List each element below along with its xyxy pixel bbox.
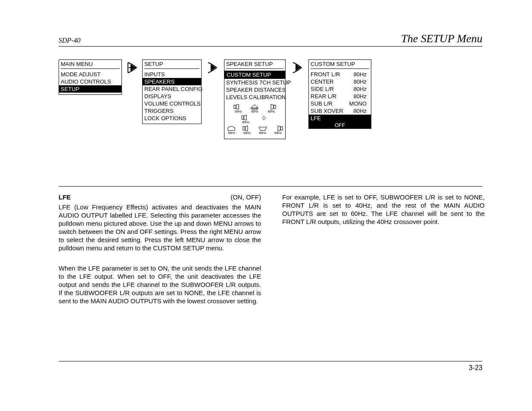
speaker-icon: 80Hz (266, 104, 277, 113)
speaker-diagram: 80Hz 80Hz 80Hz 80Hz ◇ 80Hz 80Hz 80Hz 80H… (224, 101, 285, 139)
footer-rule (59, 361, 482, 361)
menu-item-selected: CUSTOM SETUP (224, 71, 285, 79)
header-rule (59, 46, 482, 47)
menu-custom-title: CUSTOM SETUP (309, 60, 371, 68)
listener-icon: ◇ (258, 115, 270, 124)
menu-item: TRIGGERS (143, 107, 201, 115)
section-rule (59, 186, 482, 187)
speaker-icon: 80Hz (249, 104, 260, 113)
nav-arrow-icon (126, 62, 138, 74)
menu-item: LOCK OPTIONS (143, 115, 201, 122)
header-model: SDP-40 (59, 37, 81, 44)
speaker-icon: 80Hz (243, 125, 252, 135)
menu-main: MAIN MENU MODE ADJUST AUDIO CONTROLS SET… (59, 59, 122, 95)
menu-custom-setup: CUSTOM SETUP FRONT L/R80Hz CENTER80Hz SI… (308, 59, 371, 129)
body-left-column: LFE (ON, OFF) LFE (Low Frequency Effects… (59, 193, 261, 311)
term-heading: LFE (ON, OFF) (59, 193, 261, 201)
menu-item: LEVELS CALIBRATION (224, 93, 285, 101)
menu-main-title: MAIN MENU (59, 60, 121, 68)
menu-item: MODE ADJUST (59, 71, 121, 78)
menu-speaker-title: SPEAKER SETUP (224, 60, 285, 68)
menu-item: SUB L/RMONO (309, 100, 371, 107)
submenu-value: OFF (309, 122, 371, 128)
menu-item-selected: SPEAKERS (143, 78, 201, 85)
body-right-column: For example, LFE is set to OFF, SUBWOOFE… (282, 193, 485, 232)
speaker-icon: 80Hz (258, 125, 268, 135)
svg-rect-5 (242, 116, 244, 119)
svg-rect-2 (234, 105, 236, 109)
menu-item: SIDE L/R80Hz (309, 85, 371, 93)
menu-setup: SETUP INPUTS SPEAKERS REAR PANEL CONFIG … (142, 59, 202, 124)
menu-item: REAR PANEL CONFIG (143, 85, 201, 93)
sub-icon: 80Hz (227, 125, 236, 135)
menu-item: DISPLAYS (143, 93, 201, 100)
svg-rect-3 (252, 108, 257, 109)
menu-item: FRONT L/R80Hz (309, 71, 371, 78)
speaker-icon: 80Hz (233, 104, 243, 113)
menu-setup-title: SETUP (143, 60, 201, 68)
menu-item: SUB XOVER80Hz (309, 107, 371, 115)
menu-item: SYNTHESIS 7CH SETUP (224, 79, 285, 86)
paragraph: LFE (Low Frequency Effects) activates an… (59, 203, 261, 252)
svg-rect-4 (274, 105, 276, 109)
speaker-icon: 80Hz (274, 125, 283, 135)
term-name: LFE (59, 193, 71, 201)
divider (144, 68, 199, 69)
paragraph: When the LFE parameter is set to ON, the… (59, 264, 261, 305)
menu-item: REAR L/R80Hz (309, 93, 371, 100)
menu-item: AUDIO CONTROLS (59, 78, 121, 85)
nav-arrow-icon (291, 62, 303, 74)
svg-rect-7 (280, 127, 283, 130)
svg-rect-6 (243, 127, 245, 130)
menu-item-selected: LFE OFF (309, 115, 371, 128)
page-number: 3-23 (469, 364, 482, 372)
menu-item: INPUTS (143, 71, 201, 78)
paragraph: For example, LFE is set to OFF, SUBWOOFE… (282, 193, 485, 226)
menu-item: CENTER80Hz (309, 78, 371, 85)
divider (311, 68, 369, 69)
menu-item: SPEAKER DISTANCES (224, 86, 285, 93)
menu-item: VOLUME CONTROLS (143, 100, 201, 107)
menu-item-selected: SETUP (59, 85, 121, 93)
speaker-icon: 80Hz (240, 115, 252, 124)
divider (61, 68, 120, 69)
menu-speaker-setup: SPEAKER SETUP CUSTOM SETUP SYNTHESIS 7CH… (224, 59, 286, 139)
header-title: The SETUP Menu (401, 32, 482, 45)
divider (226, 68, 283, 69)
term-options: (ON, OFF) (230, 193, 261, 201)
nav-arrow-icon (206, 62, 218, 74)
